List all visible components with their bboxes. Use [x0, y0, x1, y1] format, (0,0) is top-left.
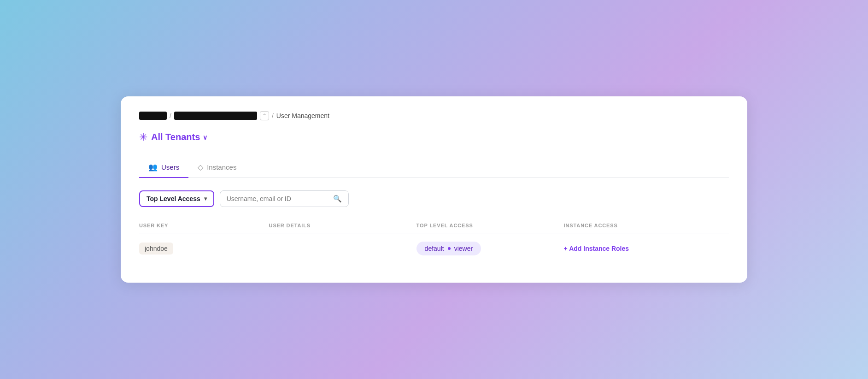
users-tab-icon: 👥: [148, 163, 158, 172]
user-key-cell: johndoe: [139, 233, 269, 264]
search-input[interactable]: [227, 195, 329, 202]
breadcrumb-chevron-icon[interactable]: ⌃: [260, 111, 269, 120]
main-card: / ⌃ / User Management ✳ All Tenants ∨ 👥 …: [121, 96, 747, 283]
col-header-top-level-access: TOP LEVEL ACCESS: [416, 218, 564, 233]
dropdown-label: Top Level Access: [147, 195, 200, 202]
add-instance-roles-button[interactable]: + Add Instance Roles: [564, 245, 721, 252]
tab-users[interactable]: 👥 Users: [139, 158, 188, 178]
col-header-instance-access: INSTANCE ACCESS: [564, 218, 729, 233]
page-header: ✳ All Tenants ∨: [139, 131, 729, 143]
col-header-user-details: USER DETAILS: [269, 218, 416, 233]
user-key-badge: johndoe: [139, 243, 173, 255]
access-badge: default viewer: [416, 242, 481, 255]
breadcrumb-item-2: [174, 112, 257, 120]
all-tenants-icon: ✳: [139, 131, 147, 143]
instance-access-cell: + Add Instance Roles: [564, 233, 729, 264]
instances-tab-icon: ◇: [198, 163, 203, 172]
filters-row: Top Level Access ▾ 🔍: [139, 190, 729, 207]
tabs-bar: 👥 Users ◇ Instances: [139, 158, 729, 178]
all-tenants-chevron-icon: ∨: [203, 134, 207, 141]
access-badge-dot: [448, 247, 451, 250]
all-tenants-label-text: All Tenants: [151, 132, 200, 142]
top-level-access-cell: default viewer: [416, 233, 564, 264]
table-row: johndoe default viewer + Add Instance Ro…: [139, 233, 729, 264]
users-table: USER KEY USER DETAILS TOP LEVEL ACCESS I…: [139, 218, 729, 264]
breadcrumb-item-1: [139, 112, 167, 120]
dropdown-chevron-icon: ▾: [204, 195, 207, 202]
tab-instances-label: Instances: [207, 163, 236, 171]
top-level-access-dropdown[interactable]: Top Level Access ▾: [139, 190, 214, 207]
all-tenants-button[interactable]: All Tenants ∨: [151, 132, 207, 142]
col-header-user-key: USER KEY: [139, 218, 269, 233]
access-badge-role1: default: [425, 245, 444, 252]
breadcrumb-sep-2: /: [272, 112, 274, 119]
search-field-wrapper: 🔍: [220, 190, 349, 207]
user-details-cell: [269, 233, 416, 264]
tab-instances[interactable]: ◇ Instances: [188, 158, 246, 178]
breadcrumb: / ⌃ / User Management: [139, 111, 729, 120]
breadcrumb-current-page: User Management: [276, 112, 329, 119]
access-badge-role2: viewer: [454, 245, 473, 252]
tab-users-label: Users: [161, 163, 179, 171]
search-icon: 🔍: [333, 195, 342, 203]
breadcrumb-sep-1: /: [170, 112, 171, 119]
